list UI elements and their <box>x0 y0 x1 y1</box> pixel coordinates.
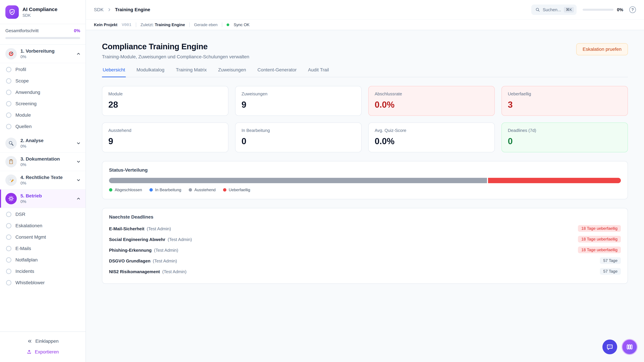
chat-bubble-icon <box>606 343 614 351</box>
sidebar-item-label: Screening <box>16 101 36 106</box>
clipboard-icon <box>5 156 17 167</box>
status-circle-icon <box>6 124 12 129</box>
status-circle-icon <box>6 112 12 118</box>
legend-dot-icon <box>223 188 226 192</box>
legend-item-ueberfaellig: Ueberfaellig <box>223 188 250 192</box>
deadline-module-name: DSGVO Grundlagen <box>109 258 150 264</box>
sidebar-item-label: Consent Mgmt <box>16 234 46 240</box>
status-bar: Kein Projekt V001 Zuletzt: Training Engi… <box>86 20 644 30</box>
sidebar-footer: Einklappen Exportieren <box>0 332 86 362</box>
sidebar-section-3-dokumentation[interactable]: 3. Dokumentation0% <box>0 153 86 171</box>
memo-icon <box>5 174 17 186</box>
legend-dot-icon <box>189 188 192 192</box>
status-project: Kein Projekt <box>94 22 118 27</box>
sidebar-section-5-betrieb[interactable]: 5. Betrieb0% <box>0 190 86 208</box>
deadline-assignee: (Test Admin) <box>147 226 171 231</box>
status-circle-icon <box>6 280 12 285</box>
main-column: SDK Training Engine Suchen... ⌘K 0% ? <box>86 0 644 362</box>
divider <box>222 22 222 27</box>
sidebar-item-screening[interactable]: Screening <box>0 98 86 109</box>
tab-audit-trail[interactable]: Audit Trail <box>308 66 330 77</box>
sidebar-item-anwendung[interactable]: Anwendung <box>0 87 86 98</box>
legend-label: In Bearbeitung <box>155 188 181 192</box>
status-distribution-bar <box>109 178 621 183</box>
sidebar-item-label: Anwendung <box>16 90 40 95</box>
app-subtitle: SDK <box>22 13 57 18</box>
app-title: AI Compliance <box>22 6 57 12</box>
divider <box>136 22 136 27</box>
breadcrumb-current: Training Engine <box>115 7 150 12</box>
status-circle-icon <box>6 223 12 228</box>
deadline-module-name: Social Engineering Abwehr <box>109 237 165 242</box>
sidebar-item-scope[interactable]: Scope <box>0 75 86 87</box>
search-input[interactable]: Suchen... ⌘K <box>531 4 577 15</box>
collapse-sidebar-button[interactable]: Einklappen <box>5 336 80 347</box>
floating-buttons <box>602 339 638 355</box>
sidebar-item-notfallplan[interactable]: Notfallplan <box>0 254 86 266</box>
sidebar-section-2-analyse[interactable]: 2. Analyse0% <box>0 134 86 153</box>
deadline-badge: 18 Tage ueberfaellig <box>578 225 621 232</box>
sync-status-label: Sync OK <box>234 22 250 27</box>
sidebar-item-quellen[interactable]: Quellen <box>0 121 86 132</box>
target-icon <box>5 48 17 59</box>
deadline-module-name: Phishing-Erkennung <box>109 248 152 253</box>
sidebar-section-1-vorbereitung[interactable]: 1. Vorbereitung0% <box>0 45 86 63</box>
breadcrumb-root[interactable]: SDK <box>94 7 104 12</box>
chevron-up-icon <box>76 196 81 201</box>
stat-card-ausstehend: Ausstehend9 <box>102 122 228 152</box>
legend-label: Ausstehend <box>194 188 216 192</box>
chevron-right-icon <box>107 7 112 12</box>
section-items: DSREskalationenConsent MgmtE-MailsNotfal… <box>0 208 86 291</box>
stat-label: In Bearbeitung <box>242 128 355 133</box>
tab-modulkatalog[interactable]: Modulkatalog <box>136 66 165 77</box>
stat-card-avg-quiz-score: Avg. Quiz-Score0.0% <box>368 122 495 152</box>
sidebar-item-whistleblower[interactable]: Whistleblower <box>0 277 86 289</box>
sidebar-item-eskalationen[interactable]: Eskalationen <box>0 220 86 231</box>
check-escalation-button[interactable]: Eskalation pruefen <box>576 43 628 55</box>
sidebar-item-profil[interactable]: Profil <box>0 64 86 75</box>
overall-progress-value: 0% <box>74 28 80 33</box>
help-icon[interactable]: ? <box>629 6 636 13</box>
stat-value: 0.0% <box>375 99 488 110</box>
status-circle-icon <box>6 212 12 217</box>
tab-bar: UebersichtModulkatalogTraining MatrixZuw… <box>102 66 628 77</box>
section-progress: 0% <box>20 54 72 59</box>
sidebar-item-dsr[interactable]: DSR <box>0 209 86 220</box>
sidebar-item-label: Module <box>16 112 31 118</box>
deadline-row: NIS2 Risikomanagement(Test Admin)57 Tage <box>109 266 621 277</box>
tab-uebersicht[interactable]: Uebersicht <box>102 66 126 77</box>
status-circle-icon <box>6 67 12 72</box>
deadline-badge: 18 Tage ueberfaellig <box>578 236 621 243</box>
upload-icon <box>27 350 32 355</box>
chat-button[interactable] <box>602 340 617 354</box>
sidebar-section-4-rechtliche-texte[interactable]: 4. Rechtliche Texte0% <box>0 171 86 190</box>
sidebar-sections: 1. Vorbereitung0%ProfilScopeAnwendungScr… <box>0 44 86 332</box>
section-progress: 0% <box>20 181 72 186</box>
status-circle-icon <box>6 90 12 95</box>
header-progress: 0% <box>582 7 623 12</box>
panels-button[interactable] <box>622 339 638 355</box>
deadline-badge: 57 Tage <box>600 257 621 264</box>
sync-status-dot <box>226 23 229 26</box>
tab-training-matrix[interactable]: Training Matrix <box>175 66 207 77</box>
search-shortcut-kbd: ⌘K <box>564 7 574 12</box>
stat-card-module: Module28 <box>102 86 228 116</box>
tab-content-generator[interactable]: Content-Generator <box>257 66 297 77</box>
stat-label: Ausstehend <box>108 128 222 133</box>
sidebar-item-module[interactable]: Module <box>0 109 86 121</box>
sidebar-item-consent-mgmt[interactable]: Consent Mgmt <box>0 231 86 243</box>
status-circle-icon <box>6 234 12 240</box>
export-button[interactable]: Exportieren <box>5 347 80 357</box>
legend-dot-icon <box>109 188 112 192</box>
sidebar-item-e-mails[interactable]: E-Mails <box>0 243 86 254</box>
sidebar-item-label: Incidents <box>16 269 34 274</box>
sidebar-item-incidents[interactable]: Incidents <box>0 266 86 277</box>
stat-label: Module <box>108 91 222 96</box>
status-circle-icon <box>6 246 12 251</box>
section-progress: 0% <box>20 199 72 204</box>
section-title: 3. Dokumentation <box>20 156 72 162</box>
tab-zuweisungen[interactable]: Zuweisungen <box>218 66 247 77</box>
search-placeholder: Suchen... <box>543 7 561 12</box>
section-title: 1. Vorbereitung <box>20 48 72 54</box>
deadline-assignee: (Test Admin) <box>153 258 177 264</box>
